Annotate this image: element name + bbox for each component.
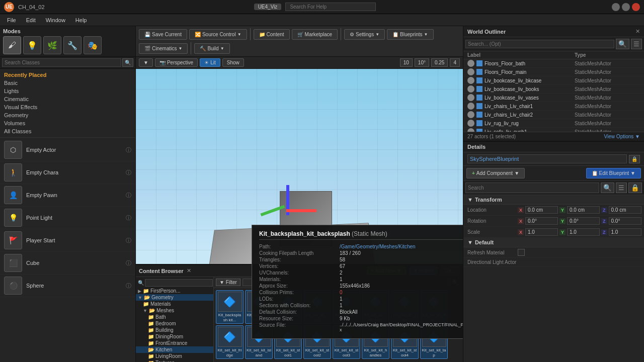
marketplace-button[interactable]: 🛒 Marketplace xyxy=(292,29,338,40)
search-help-input[interactable] xyxy=(285,3,376,11)
mode-paint[interactable]: 💡 xyxy=(23,36,41,54)
details-search-input[interactable] xyxy=(465,183,599,193)
lit-button[interactable]: ☀ Lit xyxy=(200,58,220,67)
details-lock-button[interactable]: 🔒 xyxy=(629,155,640,163)
point-light-info[interactable]: ⓘ xyxy=(126,214,131,222)
category-geometry[interactable]: Geometry xyxy=(0,111,135,119)
location-x-input[interactable] xyxy=(525,206,558,214)
empty-pawn-info[interactable]: ⓘ xyxy=(126,192,131,199)
transform-section-header[interactable]: ▼ Transform xyxy=(463,195,644,205)
triangles-label: Triangles: xyxy=(259,257,340,262)
menu-help[interactable]: Help xyxy=(70,16,92,24)
mode-foliage[interactable]: 🔧 xyxy=(63,36,82,54)
menu-file[interactable]: File xyxy=(2,16,21,24)
category-cinematic[interactable]: Cinematic xyxy=(0,95,135,103)
outliner-row[interactable]: Liv_chairs_Liv_chair1 StaticMeshActor xyxy=(463,102,644,111)
category-basic[interactable]: Basic xyxy=(0,79,135,87)
maximize-button[interactable] xyxy=(622,3,630,11)
add-component-button[interactable]: + Add Component ▼ xyxy=(466,168,525,178)
player-start-info[interactable]: ⓘ xyxy=(126,237,131,244)
tree-item[interactable]: 📁 Bath xyxy=(136,314,213,320)
details-view-button[interactable]: ☰ xyxy=(616,183,627,193)
build-button[interactable]: 🔨 Build ▼ xyxy=(194,43,229,54)
cb-close-icon[interactable]: ✕ xyxy=(187,267,191,274)
outliner-filter-button[interactable]: ☰ xyxy=(631,39,642,49)
empty-chara-info[interactable]: ⓘ xyxy=(126,169,131,176)
save-current-button[interactable]: 💾 Save Current xyxy=(139,29,187,40)
tree-item[interactable]: 📁 Textures xyxy=(136,359,213,362)
perspective-button[interactable]: 📷 Perspective xyxy=(155,58,198,67)
outliner-row[interactable]: Liv_rug_liv_rug StaticMeshActor xyxy=(463,119,644,128)
sphere-info[interactable]: ⓘ xyxy=(126,282,131,290)
search-classes-input[interactable] xyxy=(2,58,121,67)
rotation-y-input[interactable] xyxy=(567,217,600,225)
rotation-z-input[interactable] xyxy=(609,217,641,225)
scale-x-input[interactable] xyxy=(525,228,558,236)
tree-item[interactable]: 📁 Bedroom xyxy=(136,320,213,327)
rotation-x-input[interactable] xyxy=(525,217,558,225)
details-search-button[interactable]: 🔍 xyxy=(601,183,614,193)
outliner-close-icon[interactable]: ✕ xyxy=(635,28,640,35)
category-all-classes[interactable]: All Classes xyxy=(0,127,135,135)
menu-window[interactable]: Window xyxy=(41,16,70,24)
edit-blueprint-button[interactable]: 📋 Edit Blueprint ▼ xyxy=(586,168,641,178)
blueprints-button[interactable]: 📋 Blueprints ▼ xyxy=(387,29,433,40)
menu-edit[interactable]: Edit xyxy=(21,16,41,24)
outliner-row[interactable]: Liv_bookcase_liv_books StaticMeshActor xyxy=(463,85,644,94)
tree-item[interactable]: ▼ 📂 Meshes xyxy=(136,307,213,314)
default-section-header[interactable]: ▼ Default xyxy=(463,238,644,247)
cube-info[interactable]: ⓘ xyxy=(126,259,131,267)
refresh-material-checkbox[interactable] xyxy=(518,249,525,256)
close-button[interactable] xyxy=(632,3,640,11)
cb-item[interactable]: 🔷 Kit_backsplash kit... xyxy=(216,290,244,324)
list-item[interactable]: 🚶 Empty Chara ⓘ xyxy=(0,161,135,184)
list-item[interactable]: 💡 Point Light ⓘ xyxy=(0,207,135,229)
outliner-row[interactable]: Liv_bookcase_liv_vases StaticMeshActor xyxy=(463,94,644,102)
outliner-search-button[interactable]: 🔍 xyxy=(616,39,629,49)
category-lights[interactable]: Lights xyxy=(0,87,135,95)
tree-item[interactable]: 📁 DiningRoom xyxy=(136,333,213,340)
list-item[interactable]: ⚫ Sphere ⓘ xyxy=(0,275,135,297)
tree-item[interactable]: 📁 FrontEntrance xyxy=(136,340,213,346)
details-name-input[interactable] xyxy=(467,154,627,163)
outliner-row[interactable]: Floors_Floor_main StaticMeshActor xyxy=(463,68,644,76)
location-z-input[interactable] xyxy=(609,206,641,214)
tree-search-input[interactable] xyxy=(145,279,213,287)
settings-button[interactable]: ⚙ Settings ▼ xyxy=(344,29,385,40)
tree-item[interactable]: 📁 LivingRoom xyxy=(136,353,213,359)
mode-geometry[interactable]: 🎭 xyxy=(84,36,102,54)
scale-y-input[interactable] xyxy=(567,228,600,236)
list-item[interactable]: 👤 Empty Pawn ⓘ xyxy=(0,184,135,207)
outliner-view-options[interactable]: View Options ▼ xyxy=(604,134,640,139)
category-visual-effects[interactable]: Visual Effects xyxy=(0,103,135,111)
filter-button[interactable]: ▼ Filter xyxy=(216,279,240,286)
scale-z-input[interactable] xyxy=(609,228,641,236)
source-control-button[interactable]: 🔀 Source Control ▼ xyxy=(189,29,247,40)
empty-actor-info[interactable]: ⓘ xyxy=(126,146,131,154)
tree-item[interactable]: ▼ 📂 Geometry xyxy=(136,294,213,301)
show-button[interactable]: Show xyxy=(222,58,244,67)
tree-item[interactable]: 📁 Materials xyxy=(136,301,213,307)
tree-item[interactable]: ▶ 📁 FirstPerson... xyxy=(136,288,213,294)
tree-item[interactable]: 📁 Building xyxy=(136,327,213,333)
mode-landscape[interactable]: 🌿 xyxy=(43,36,61,54)
outliner-row[interactable]: Liv_bookcase_liv_bkcase StaticMeshActor xyxy=(463,76,644,85)
list-item[interactable]: 🚩 Player Start ⓘ xyxy=(0,229,135,252)
outliner-row[interactable]: Floors_Floor_bath StaticMeshActor xyxy=(463,59,644,68)
search-classes-button[interactable]: 🔍 xyxy=(122,58,133,67)
minimize-button[interactable] xyxy=(612,3,620,11)
outliner-row[interactable]: Liv_sofa_liv_cush1 StaticMeshActor xyxy=(463,128,644,132)
list-item[interactable]: ⬛ Cube ⓘ xyxy=(0,252,135,275)
list-item[interactable]: ⬡ Empty Actor ⓘ xyxy=(0,139,135,161)
outliner-row[interactable]: Liv_chairs_Liv_chair2 StaticMeshActor xyxy=(463,111,644,119)
tree-item[interactable]: 📂 Kitchen xyxy=(136,346,213,353)
mode-place[interactable]: 🖌 xyxy=(3,36,21,54)
outliner-search-input[interactable] xyxy=(465,40,614,48)
content-button[interactable]: 📁 Content xyxy=(254,29,290,40)
cinematics-button[interactable]: 🎬 Cinematics ▼ xyxy=(139,43,188,54)
location-y-input[interactable] xyxy=(567,206,600,214)
details-lock-view[interactable]: 🔒 xyxy=(628,183,642,193)
category-volumes[interactable]: Volumes xyxy=(0,119,135,127)
viewport-dropdown-button[interactable]: ▼ xyxy=(139,58,153,67)
cb-item[interactable]: 🔷 Kit_set_kit_fridge xyxy=(216,325,244,359)
